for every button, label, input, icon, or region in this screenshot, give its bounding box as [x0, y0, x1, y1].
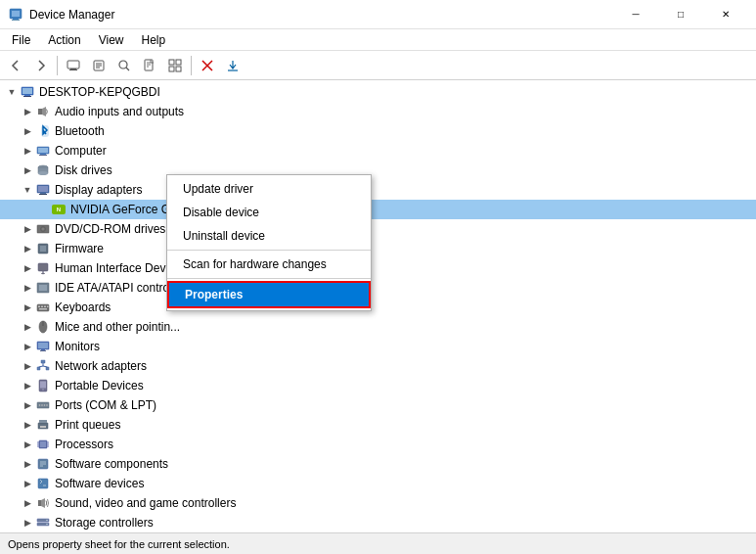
- tree-softwarecomp[interactable]: ▶ Software components: [0, 454, 756, 474]
- tree-processors[interactable]: ▶ Processors: [0, 435, 756, 454]
- tree-monitors[interactable]: ▶ Monitors: [0, 337, 756, 356]
- svg-rect-27: [23, 96, 31, 97]
- svg-rect-28: [38, 109, 42, 115]
- tree-displayadapters[interactable]: ▼ Display adapters: [0, 180, 756, 200]
- tree-hid-label: Human Interface Devic...: [55, 261, 184, 275]
- svg-rect-62: [41, 360, 45, 363]
- expand-audio[interactable]: ▶: [20, 104, 35, 119]
- svg-rect-31: [38, 148, 48, 153]
- tree-dvd[interactable]: ▶ DVD/CD-ROM drives: [0, 219, 756, 239]
- tree-hid[interactable]: ▶ Human Interface Devic...: [0, 258, 756, 278]
- svg-point-72: [39, 404, 41, 406]
- tree-sound[interactable]: ▶ Sound, video and game controllers: [0, 493, 756, 513]
- context-disable-device[interactable]: Disable device: [167, 201, 371, 224]
- expand-bluetooth[interactable]: ▶: [20, 123, 35, 139]
- toolbar-properties[interactable]: [87, 54, 111, 77]
- expand-sound[interactable]: ▶: [20, 495, 35, 511]
- svg-rect-1: [12, 11, 20, 17]
- toolbar-download[interactable]: [221, 54, 245, 77]
- svg-rect-52: [38, 306, 40, 308]
- expand-hid[interactable]: ▶: [20, 260, 35, 276]
- toolbar-back[interactable]: [4, 54, 27, 77]
- monitor-icon: [35, 339, 51, 354]
- toolbar-grid[interactable]: [163, 54, 187, 77]
- tree-computer[interactable]: ▶ Computer: [0, 141, 756, 161]
- tree-ide[interactable]: ▶ IDE ATA/ATAPI controll...: [0, 278, 756, 298]
- tree-diskdrives[interactable]: ▶ Disk drives: [0, 161, 756, 180]
- expand-printq[interactable]: ▶: [20, 417, 35, 433]
- expand-ports[interactable]: ▶: [20, 397, 35, 413]
- toolbar-delete[interactable]: [196, 54, 219, 77]
- context-uninstall-device[interactable]: Uninstall device: [167, 224, 371, 248]
- softwaredev-icon: [35, 476, 51, 491]
- expand-diskdrives[interactable]: ▶: [20, 162, 35, 178]
- svg-rect-54: [44, 306, 46, 308]
- tree-computer-label: Computer: [55, 144, 107, 158]
- hid-icon: [35, 260, 51, 276]
- mouse-icon: [35, 319, 51, 335]
- menu-help[interactable]: Help: [134, 31, 174, 49]
- tree-root[interactable]: ▼ DESKTOP-KEPQGBDI: [0, 82, 756, 102]
- tree-dvd-label: DVD/CD-ROM drives: [55, 222, 165, 236]
- audio-icon: [35, 104, 51, 119]
- expand-keyboards[interactable]: ▶: [20, 300, 35, 315]
- bluetooth-icon: [35, 123, 51, 139]
- menu-file[interactable]: File: [4, 31, 38, 49]
- tree-nvidia[interactable]: ▶ N NVIDIA GeForce GT 1000: [0, 200, 756, 219]
- context-properties[interactable]: Properties: [167, 281, 371, 308]
- close-button[interactable]: ✕: [703, 0, 748, 29]
- toolbar-search[interactable]: [112, 54, 136, 77]
- svg-rect-17: [169, 60, 174, 65]
- tree-root-label: DESKTOP-KEPQGBDI: [39, 85, 160, 99]
- expand-dvd[interactable]: ▶: [20, 221, 35, 237]
- context-scan-hardware[interactable]: Scan for hardware changes: [167, 253, 371, 276]
- expand-computer[interactable]: ▶: [20, 143, 35, 159]
- tree-firmware[interactable]: ▶ Firmware: [0, 239, 756, 258]
- svg-rect-60: [41, 349, 45, 350]
- tree-storage[interactable]: ▶ Storage controllers: [0, 513, 756, 532]
- svg-rect-19: [169, 67, 174, 71]
- tree-keyboards[interactable]: ▶ Keyboards: [0, 298, 756, 317]
- expand-mice[interactable]: ▶: [20, 319, 35, 335]
- context-update-driver[interactable]: Update driver: [167, 177, 371, 201]
- tree-portable[interactable]: ▶ Portable Devices: [0, 376, 756, 395]
- tree-ports[interactable]: ▶ Ports (COM & LPT): [0, 395, 756, 415]
- menu-bar: File Action View Help: [0, 29, 756, 51]
- tree-bluetooth[interactable]: ▶ Bluetooth: [0, 121, 756, 141]
- tree-displayadapters-label: Display adapters: [55, 183, 142, 197]
- expand-root[interactable]: ▼: [4, 84, 20, 100]
- svg-rect-91: [38, 479, 48, 488]
- expand-monitors[interactable]: ▶: [20, 339, 35, 354]
- expand-softwaredev[interactable]: ▶: [20, 476, 35, 491]
- tree-softwaredev[interactable]: ▶ Software devices: [0, 474, 756, 493]
- maximize-button[interactable]: □: [658, 0, 703, 29]
- expand-ide[interactable]: ▶: [20, 280, 35, 296]
- tree-printq[interactable]: ▶ Print queues: [0, 415, 756, 435]
- menu-view[interactable]: View: [91, 31, 132, 49]
- expand-display[interactable]: ▼: [20, 182, 35, 198]
- status-bar: Opens property sheet for the current sel…: [0, 532, 756, 554]
- svg-rect-25: [22, 88, 32, 94]
- tree-network[interactable]: ▶ Network adapters: [0, 356, 756, 376]
- toolbar-forward[interactable]: [29, 54, 53, 77]
- svg-rect-92: [38, 500, 41, 506]
- tree-processors-label: Processors: [55, 438, 113, 451]
- menu-action[interactable]: Action: [40, 31, 88, 49]
- expand-storage[interactable]: ▶: [20, 515, 35, 531]
- tree-softwaredev-label: Software devices: [55, 477, 144, 490]
- disk-icon: [35, 162, 51, 178]
- minimize-button[interactable]: ─: [613, 0, 658, 29]
- expand-firmware[interactable]: ▶: [20, 241, 35, 256]
- svg-rect-39: [40, 193, 46, 194]
- pc-icon: [35, 143, 51, 159]
- expand-portable[interactable]: ▶: [20, 378, 35, 393]
- device-tree[interactable]: ▼ DESKTOP-KEPQGBDI ▶ Audi: [0, 80, 756, 532]
- tree-mice[interactable]: ▶ Mice and other pointin...: [0, 317, 756, 337]
- expand-softwarecomp[interactable]: ▶: [20, 456, 35, 472]
- expand-processors[interactable]: ▶: [20, 437, 35, 452]
- svg-rect-13: [145, 60, 153, 70]
- tree-audio[interactable]: ▶ Audio inputs and outputs: [0, 102, 756, 121]
- toolbar-doc[interactable]: [138, 54, 161, 77]
- expand-network[interactable]: ▶: [20, 358, 35, 374]
- toolbar-computer[interactable]: [62, 54, 85, 77]
